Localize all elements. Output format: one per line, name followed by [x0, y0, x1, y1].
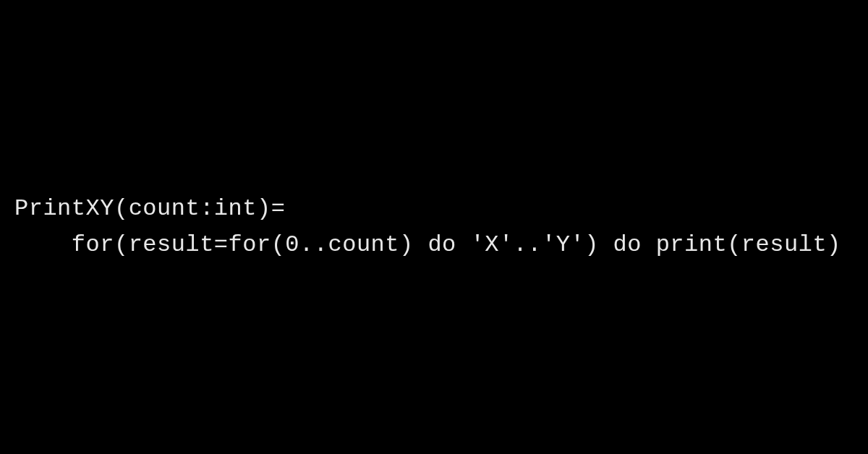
code-line-2: for(result=for(0..count) do 'X'..'Y') do… [14, 231, 841, 258]
code-block: PrintXY(count:int)= for(result=for(0..co… [0, 191, 841, 262]
code-line-1: PrintXY(count:int)= [14, 195, 285, 222]
